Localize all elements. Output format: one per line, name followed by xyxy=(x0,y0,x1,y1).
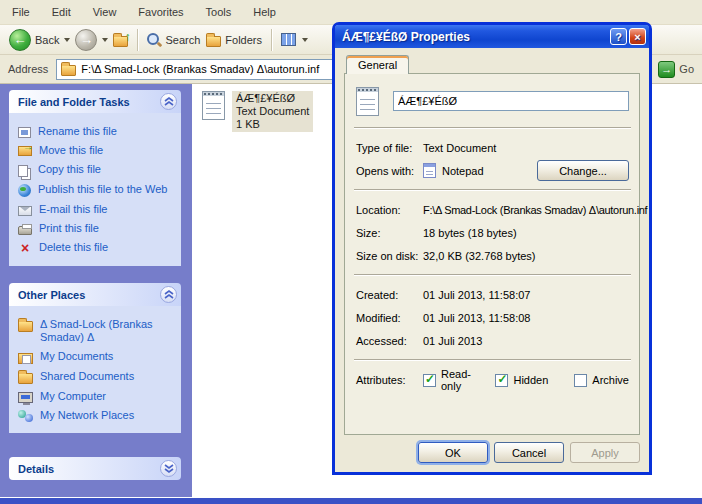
folders-icon xyxy=(206,36,221,47)
size-label: Size: xyxy=(356,227,423,239)
task-delete-file[interactable]: × Delete this file xyxy=(18,238,177,258)
task-email-file[interactable]: E-mail this file xyxy=(18,200,177,219)
location-label: Location: xyxy=(356,204,423,216)
go-icon: → xyxy=(658,61,675,78)
window-bottom-frame xyxy=(0,498,702,504)
folders-button[interactable]: Folders xyxy=(203,31,265,49)
publish-web-icon xyxy=(18,184,31,197)
my-computer-icon xyxy=(18,392,33,403)
accessed-row: Accessed: 01 Juli 2013 xyxy=(354,329,631,352)
hidden-label: Hidden xyxy=(513,374,548,386)
readonly-checkbox[interactable] xyxy=(423,374,436,387)
email-icon xyxy=(18,206,32,216)
details-title: Details xyxy=(18,463,54,475)
chevron-down-icon[interactable] xyxy=(160,460,177,477)
change-button[interactable]: Change... xyxy=(537,160,629,181)
other-places-panel: Other Places Δ Smad-Lock (Brankas Smadav… xyxy=(9,283,181,433)
delete-icon: × xyxy=(18,241,32,255)
cancel-button[interactable]: Cancel xyxy=(494,442,564,463)
location-row: Location: F:\Δ Smad-Lock (Brankas Smadav… xyxy=(354,198,631,221)
menu-file[interactable]: File xyxy=(12,6,30,18)
help-button[interactable]: ? xyxy=(610,28,627,45)
details-header[interactable]: Details xyxy=(9,457,181,480)
up-folder-icon xyxy=(113,36,128,47)
chevron-up-icon[interactable] xyxy=(160,286,177,303)
modified-label: Modified: xyxy=(356,312,423,324)
size-on-disk-label: Size on disk: xyxy=(356,250,423,262)
menu-tools[interactable]: Tools xyxy=(206,6,232,18)
place-my-computer[interactable]: My Computer xyxy=(18,387,177,406)
archive-checkbox[interactable] xyxy=(574,374,587,387)
back-label: Back xyxy=(35,34,59,46)
views-button[interactable] xyxy=(278,31,313,48)
menu-help[interactable]: Help xyxy=(253,6,276,18)
menu-view[interactable]: View xyxy=(93,6,117,18)
other-places-title: Other Places xyxy=(18,289,85,301)
file-tasks-header[interactable]: File and Folder Tasks xyxy=(9,90,181,113)
dialog-body: General Type of file: Text Document Open… xyxy=(335,48,649,472)
menu-favorites[interactable]: Favorites xyxy=(138,6,183,18)
file-type: Text Document xyxy=(236,105,309,118)
opens-with-label: Opens with: xyxy=(356,165,423,177)
attributes-row: Attributes: Read-only Hidden Archive xyxy=(354,368,631,392)
dialog-title-bar[interactable]: ÁÆ¶£¥ÉßØ Properties ? × xyxy=(335,25,649,48)
type-of-file-label: Type of file: xyxy=(356,142,423,154)
size-on-disk-row: Size on disk: 32,0 KB (32.768 bytes) xyxy=(354,244,631,267)
forward-dropdown-icon[interactable] xyxy=(102,38,108,42)
task-publish-file[interactable]: Publish this file to the Web xyxy=(18,180,177,200)
address-label: Address xyxy=(8,63,48,75)
apply-button[interactable]: Apply xyxy=(570,442,640,463)
ok-button[interactable]: OK xyxy=(418,442,488,463)
forward-button[interactable]: → xyxy=(72,27,100,53)
address-path: F:\Δ Smad-Lock (Brankas Smadav) Δ\autoru… xyxy=(81,63,319,75)
forward-icon: → xyxy=(75,29,97,51)
general-tab-page: Type of file: Text Document Opens with: … xyxy=(344,73,640,435)
modified-value: 01 Juli 2013, 11:58:08 xyxy=(423,312,629,324)
desktop-screenshot: { "window": { "menu": ["File", "Edit", "… xyxy=(0,0,702,504)
text-document-icon xyxy=(202,91,225,120)
go-button[interactable]: → Go xyxy=(658,61,694,78)
chevron-up-icon[interactable] xyxy=(160,93,177,110)
attributes-value: Read-only Hidden Archive xyxy=(423,368,629,392)
place-my-documents[interactable]: My Documents xyxy=(18,347,177,367)
address-folder-icon xyxy=(61,65,76,76)
task-move-file[interactable]: Move this file xyxy=(18,141,177,160)
readonly-attribute: Read-only xyxy=(423,368,481,392)
other-places-header[interactable]: Other Places xyxy=(9,283,181,306)
task-rename-file[interactable]: Rename this file xyxy=(18,122,177,141)
task-print-file[interactable]: Print this file xyxy=(18,219,177,238)
size-on-disk-value: 32,0 KB (32.768 bytes) xyxy=(423,250,629,262)
close-button[interactable]: × xyxy=(629,28,646,45)
filename-input[interactable] xyxy=(393,91,629,111)
place-my-network[interactable]: My Network Places xyxy=(18,406,177,425)
tab-general[interactable]: General xyxy=(346,55,409,74)
menu-edit[interactable]: Edit xyxy=(52,6,71,18)
print-icon xyxy=(18,226,32,235)
filename-row xyxy=(356,85,629,117)
text-document-icon xyxy=(356,87,379,116)
rename-icon xyxy=(18,127,31,138)
up-button[interactable] xyxy=(110,31,131,49)
other-places-body: Δ Smad-Lock (Brankas Smadav) Δ My Docume… xyxy=(9,306,181,433)
place-smad-lock-folder[interactable]: Δ Smad-Lock (Brankas Smadav) Δ xyxy=(18,315,177,347)
file-size: 1 KB xyxy=(236,118,309,131)
opens-with-row: Opens with: Notepad Change... xyxy=(354,159,631,182)
back-button[interactable]: ← Back xyxy=(6,27,62,53)
task-copy-file[interactable]: Copy this file xyxy=(18,160,177,180)
toolbar-separator xyxy=(271,29,272,51)
file-tasks-body: Rename this file Move this file Copy thi… xyxy=(9,113,181,266)
shared-documents-icon xyxy=(18,373,33,384)
my-network-places-icon xyxy=(18,409,33,422)
file-item-label: ÁÆ¶£¥ÉßØ Text Document 1 KB xyxy=(232,91,313,132)
notepad-icon xyxy=(423,163,436,178)
size-value: 18 bytes (18 bytes) xyxy=(423,227,629,239)
place-shared-documents[interactable]: Shared Documents xyxy=(18,367,177,387)
views-icon xyxy=(281,33,296,46)
back-icon: ← xyxy=(9,29,31,51)
search-button[interactable]: Search xyxy=(144,31,203,49)
back-dropdown-icon[interactable] xyxy=(64,38,70,42)
type-of-file-row: Type of file: Text Document xyxy=(354,136,631,159)
attributes-label: Attributes: xyxy=(356,374,423,386)
separator xyxy=(354,127,631,129)
hidden-checkbox[interactable] xyxy=(495,374,508,387)
